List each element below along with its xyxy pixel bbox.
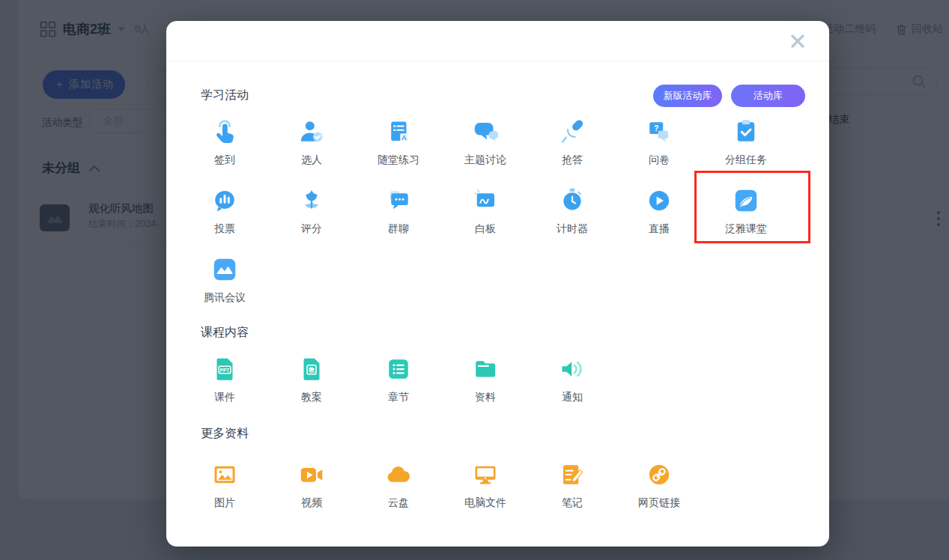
item-tencent-meeting[interactable]: 腾讯会议 [181,256,268,325]
item-label: 评分 [301,221,322,236]
item-notice[interactable]: 通知 [529,356,616,424]
item-label: 抢答 [562,152,583,167]
item-survey[interactable]: ? 问卷 [616,118,703,187]
section-title-more-materials: 更多资料 [201,426,249,442]
item-timer[interactable]: 计时器 [529,187,616,256]
pick-person-icon [298,118,325,145]
item-live[interactable]: 直播 [616,187,703,256]
item-sign-in[interactable]: 签到 [181,118,268,187]
item-label: 投票 [214,221,235,236]
item-label: 问卷 [649,152,670,167]
item-whiteboard[interactable]: 白板 [442,187,529,256]
item-label: 通知 [562,389,583,404]
item-label: 分组任务 [725,152,767,167]
live-play-icon [646,187,673,214]
item-group-chat[interactable]: 群聊 [355,187,442,256]
item-label: 白板 [475,221,496,236]
course-content-grid: PPT 课件 教 教案 [181,356,616,424]
lesson-plan-icon: 教 [298,356,325,383]
item-video[interactable]: 视频 [268,461,355,530]
item-label: 选人 [301,152,322,167]
item-courseware[interactable]: PPT 课件 [181,356,268,424]
item-quick-answer[interactable]: 抢答 [529,118,616,187]
learning-activities-grid: 签到 选人 [181,118,789,325]
chapters-list-icon [385,356,412,383]
tencent-meeting-icon [211,256,238,283]
item-label: 计时器 [557,221,588,236]
item-exercise[interactable]: A 随堂练习 [355,118,442,187]
item-label: 视频 [301,495,322,510]
group-task-icon [733,118,759,145]
item-label: 课件 [214,389,235,404]
group-chat-icon [385,187,412,214]
video-camera-icon [298,461,325,488]
notice-speaker-icon [559,356,586,383]
item-fanya-classroom[interactable]: 泛雅课堂 [703,187,789,256]
cloud-icon [385,461,412,488]
item-label: 章节 [388,389,409,404]
item-cloud-disk[interactable]: 云盘 [355,461,442,530]
close-icon[interactable] [789,32,807,50]
note-icon [559,461,586,488]
computer-monitor-icon [472,461,499,488]
web-link-icon [646,461,673,488]
activity-library-button[interactable]: 活动库 [731,85,805,107]
item-vote[interactable]: 投票 [181,187,268,256]
item-label: 随堂练习 [378,152,419,167]
item-label: 签到 [214,152,235,167]
svg-text:A: A [401,134,407,141]
svg-text:?: ? [654,124,658,133]
screen: 电商2班 0人 活动二维码 回收站 ＋ 添加活动 [0,0,949,560]
more-materials-grid: 图片 视频 云盘 [181,461,703,530]
add-activity-modal: 学习活动 新版活动库 活动库 签到 [166,21,829,547]
survey-icon: ? [646,118,673,145]
item-label: 图片 [214,495,235,510]
whiteboard-icon [472,187,499,214]
timer-icon [559,187,586,214]
item-label: 笔记 [562,495,583,510]
item-computer-file[interactable]: 电脑文件 [442,461,529,530]
item-label: 网页链接 [638,495,680,510]
item-lesson-plan[interactable]: 教 教案 [268,356,355,424]
new-activity-library-button[interactable]: 新版活动库 [653,85,722,107]
sign-in-icon [211,118,238,145]
svg-text:教: 教 [308,367,315,374]
item-label: 主题讨论 [464,152,506,167]
section-title-course-content: 课程内容 [201,325,249,341]
item-group-task[interactable]: 分组任务 [703,118,789,187]
item-label: 泛雅课堂 [725,221,767,236]
item-label: 电脑文件 [464,495,506,510]
item-rating[interactable]: 评分 [268,187,355,256]
fanya-classroom-icon [733,187,759,214]
rating-flower-icon [298,187,325,214]
vote-icon [211,187,238,214]
section-title-learning-activities: 学习活动 [201,88,249,103]
item-label: 资料 [475,389,496,404]
item-label: 云盘 [388,495,409,510]
discussion-icon [472,118,499,145]
courseware-ppt-icon: PPT [211,356,238,383]
item-discussion[interactable]: 主题讨论 [442,118,529,187]
item-chapters[interactable]: 章节 [355,356,442,424]
svg-text:PPT: PPT [220,368,229,373]
materials-folder-icon [472,356,499,383]
item-label: 直播 [649,221,670,236]
item-label: 群聊 [388,221,409,236]
item-note[interactable]: 笔记 [529,461,616,530]
item-pick-person[interactable]: 选人 [268,118,355,187]
item-web-link[interactable]: 网页链接 [616,461,703,530]
microphone-icon [559,118,586,145]
exercise-icon: A [385,118,412,145]
item-image[interactable]: 图片 [181,461,268,530]
image-icon [211,461,238,488]
modal-header [166,21,829,61]
item-materials[interactable]: 资料 [442,356,529,424]
item-label: 教案 [301,389,322,404]
item-label: 腾讯会议 [204,290,246,305]
